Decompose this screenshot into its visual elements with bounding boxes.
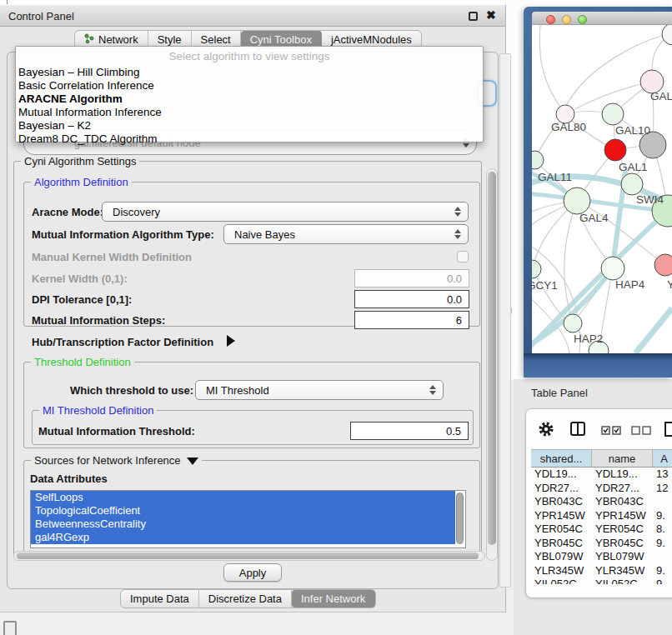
manual-kernel-width-checkbox[interactable]	[457, 251, 469, 262]
network-window-bottom-frame	[524, 353, 672, 378]
dropdown-placeholder: Select algorithm to view settings	[16, 50, 483, 62]
minimized-panel-icon[interactable]	[3, 621, 17, 635]
combo-arrows-icon	[454, 229, 460, 239]
list-item-gal4rgexp[interactable]: gal4RGexp	[31, 531, 455, 544]
list-item-selfloops[interactable]: SelfLoops	[31, 491, 455, 504]
apply-button[interactable]: Apply	[223, 563, 282, 582]
table-row[interactable]: YBL079W YBL079W	[531, 550, 672, 564]
network-node-labels: GAL GAL80 GAL10 GAL1 GAL11 SWI4 GAL4 GCY…	[532, 90, 672, 345]
data-attributes-list[interactable]: SelfLoops TopologicalCoefficient Between…	[30, 490, 466, 548]
node-hap4	[601, 257, 624, 280]
select-all-checkboxes-icon[interactable]	[601, 423, 621, 438]
window-close-button[interactable]	[546, 15, 555, 24]
document-icon[interactable]	[663, 421, 672, 441]
sources-collapse-icon[interactable]	[187, 458, 198, 465]
window-minimize-button[interactable]	[562, 15, 571, 24]
sources-title: Sources for Network Inference	[31, 454, 202, 467]
settings-vscrollbar-thumb[interactable]	[488, 172, 496, 545]
column-header-name[interactable]: name	[592, 450, 653, 467]
tab-infer-network[interactable]: Infer Network	[292, 590, 375, 608]
node-label: GAL11	[538, 171, 572, 183]
table-row[interactable]: YBR043C YBR043C	[531, 495, 672, 509]
table-row[interactable]: YLR345W YLR345W 9.	[531, 564, 672, 578]
node-gal10	[602, 103, 624, 125]
kernel-width-label: Kernel Width (0,1):	[32, 272, 128, 285]
settings-hscrollbar-thumb[interactable]	[17, 552, 479, 559]
node-gal11	[532, 151, 544, 169]
table-row[interactable]: YER054C YER054C 8.	[531, 522, 672, 537]
table-row[interactable]: YBR045C YBR045C 9.	[531, 537, 672, 551]
mi-threshold-input[interactable]: 0.5	[350, 422, 469, 440]
panel-scrollbar-track[interactable]	[499, 53, 511, 588]
table-row[interactable]: YPR145W YPR145W 9.	[531, 509, 672, 523]
node-hap2	[564, 314, 582, 332]
node-label: HAP4	[615, 278, 645, 291]
which-threshold-combobox[interactable]: MI Threshold	[195, 380, 444, 400]
gear-icon[interactable]	[538, 421, 554, 441]
dropdown-item-bayesian-k2[interactable]: Bayesian – K2	[18, 119, 91, 132]
node-salmon	[654, 254, 672, 276]
mi-algorithm-type-label: Mutual Information Algorithm Type:	[32, 228, 214, 241]
threshold-definition-title: Threshold Definition	[31, 356, 134, 368]
control-panel-title: Control Panel	[8, 10, 74, 22]
list-item-topologicalcoefficient[interactable]: TopologicalCoefficient	[31, 504, 455, 518]
node-label: GAL4	[579, 212, 609, 224]
which-threshold-label: Which threshold to use:	[70, 384, 193, 397]
node-swi4	[621, 173, 643, 195]
node-label: GAL80	[551, 121, 586, 133]
list-item-betweennesscentrality[interactable]: BetweennessCentrality	[31, 518, 455, 531]
table-panel-title: Table Panel	[531, 387, 588, 399]
mi-algorithm-type-combobox[interactable]: Naive Bayes	[223, 224, 469, 244]
table-row[interactable]: YDR27... YDR27... 12	[531, 482, 672, 496]
hub-definition-label: Hub/Transcription Factor Definition	[32, 336, 213, 348]
node-label: GCY1	[532, 279, 558, 292]
screen: Control Panel ✖ Network Style	[0, 0, 672, 635]
mi-steps-input[interactable]: 6	[354, 311, 469, 329]
tab-discretize-data[interactable]: Discretize Data	[199, 590, 292, 608]
dropdown-item-aracne[interactable]: ARACNE Algorithm	[18, 92, 123, 105]
dropdown-item-dream8[interactable]: Dream8 DC_TDC Algorithm	[18, 132, 158, 145]
cyni-bottom-tabs: Impute Data Discretize Data Infer Networ…	[120, 589, 376, 608]
combo-arrows-icon	[429, 385, 435, 395]
network-icon	[84, 33, 94, 46]
algorithm-dropdown-popup: Select algorithm to view settings Bayesi…	[15, 46, 484, 142]
tab-impute-data[interactable]: Impute Data	[121, 590, 199, 608]
kernel-width-input[interactable]: 0.0	[354, 269, 469, 288]
column-header-shared-name[interactable]: shared...	[531, 450, 592, 467]
split-columns-icon[interactable]	[569, 421, 586, 441]
mi-threshold-label: Mutual Information Threshold:	[38, 425, 195, 438]
node-partial-top	[662, 25, 672, 45]
manual-kernel-width-label: Manual Kernel Width Definition	[32, 251, 192, 263]
mi-threshold-definition-title: MI Threshold Definition	[39, 404, 157, 417]
node-label: HAP2	[574, 332, 603, 345]
node-gal1	[604, 139, 626, 161]
deselect-all-checkboxes-icon[interactable]	[631, 423, 651, 438]
tab-network-label: Network	[98, 33, 138, 46]
node-gal4	[564, 188, 590, 214]
top-divider-tick	[7, 0, 8, 4]
table-row[interactable]: YDL19... YDL19... 13	[531, 468, 672, 482]
table-row[interactable]: YIL052C YIL052C 9	[531, 578, 672, 584]
float-window-icon[interactable]	[469, 12, 478, 21]
node-gcy1	[532, 260, 541, 278]
data-attributes-label: Data Attributes	[30, 472, 108, 485]
table-panel-card: shared... name A YDL19... YDL19... 13 YD…	[525, 408, 672, 598]
dropdown-item-bayesian-hill-climbing[interactable]: Bayesian – Hill Climbing	[18, 66, 140, 78]
dpi-tolerance-input[interactable]: 0.0	[354, 290, 469, 308]
network-graph: GAL GAL80 GAL10 GAL1 GAL11 SWI4 GAL4 GCY…	[532, 25, 672, 353]
dropdown-item-mutual-information[interactable]: Mutual Information Inference	[18, 106, 162, 118]
hub-expand-icon[interactable]	[227, 335, 235, 347]
list-scrollbar-thumb[interactable]	[456, 492, 464, 544]
mi-steps-label: Mutual Information Steps:	[32, 314, 165, 327]
cyni-algorithm-settings-title: Cyni Algorithm Settings	[21, 155, 139, 168]
node-label: GAL10	[615, 124, 650, 137]
combo-arrows-icon	[454, 207, 460, 217]
aracne-mode-combobox[interactable]: Discovery	[102, 202, 469, 222]
close-icon[interactable]: ✖	[486, 8, 496, 22]
node-table: shared... name A YDL19... YDL19... 13 YD…	[531, 449, 672, 584]
network-canvas[interactable]: GAL GAL80 GAL10 GAL1 GAL11 SWI4 GAL4 GCY…	[532, 25, 672, 353]
dropdown-item-basic-correlation[interactable]: Basic Correlation Inference	[18, 79, 154, 92]
network-window-titlebar[interactable]	[532, 12, 672, 25]
window-zoom-button[interactable]	[578, 15, 587, 24]
column-header-partial[interactable]: A	[653, 450, 672, 467]
